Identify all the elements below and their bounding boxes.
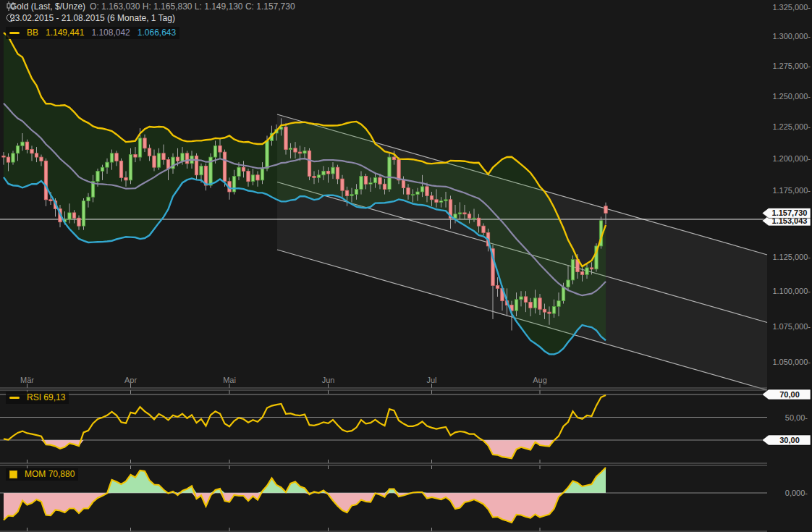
candle-body [77, 218, 80, 226]
candle-body [237, 167, 240, 176]
candle-body [82, 201, 85, 227]
candle-body [580, 272, 583, 275]
candle-body [585, 268, 588, 274]
date-range-label: 23.02.2015 - 21.08.2015 (6 Monate, 1 Tag… [10, 13, 175, 24]
ohlc-readout: O: 1.163,030 H: 1.165,830 L: 1.149,130 C… [90, 1, 295, 12]
candle-body [331, 167, 334, 174]
chart-window: { "header": { "instrument": "Gold (Last,… [0, 0, 812, 532]
candle-body [106, 162, 109, 167]
price-axis-label: 1.125,000- [772, 253, 811, 261]
candle-body [317, 175, 320, 178]
candle-body [134, 155, 137, 158]
candle-body [181, 153, 184, 161]
candle-body [383, 184, 386, 189]
mom-legend-label: MOM 70,880 [25, 469, 75, 480]
month-axis-label: Jun [322, 376, 335, 384]
candle-body [468, 214, 470, 218]
candle-body [515, 300, 517, 311]
candle-body [157, 153, 160, 167]
bb-mid-value: 1.108,042 [91, 28, 130, 38]
candle-body [153, 156, 156, 167]
candle-body [482, 226, 485, 232]
month-axis-label: Jul [426, 376, 436, 384]
candle-body [16, 145, 19, 153]
candle-body [364, 177, 367, 185]
candle-body [543, 309, 546, 312]
momentum-axis-label: 0,000- [785, 489, 808, 497]
price-axis-label: 1.275,000- [772, 62, 811, 70]
candle-body [25, 142, 28, 149]
candle-body [251, 175, 254, 182]
candle-body [12, 153, 14, 162]
candle-body [529, 303, 532, 308]
header-daterange-row: 23.02.2015 - 21.08.2015 (6 Monate, 1 Tag… [6, 13, 175, 24]
candle-body [289, 148, 292, 150]
candle-body [557, 301, 560, 307]
rsi-line-icon [9, 397, 20, 399]
candle-body [524, 297, 527, 303]
candle-body [426, 187, 428, 196]
price-axis-label: 1.300,000- [772, 32, 811, 41]
instrument-title: Gold (Last, $/Unze) [10, 1, 85, 12]
candle-body [355, 189, 358, 194]
candle-body [435, 200, 438, 203]
chart-canvas[interactable]: 1.325,000-1.300,000-1.275,000-1.250,000-… [0, 0, 812, 532]
price-axis-label: 1.225,000- [772, 122, 811, 131]
candle-body [195, 156, 198, 174]
rsi-level-tag-label: 70,00 [779, 390, 800, 399]
candle-body [223, 152, 226, 182]
candle-body [101, 167, 103, 171]
candle-body [407, 188, 410, 195]
candle-body [378, 177, 381, 184]
price-axis-label: 1.250,000- [772, 92, 811, 101]
candle-body [538, 298, 541, 309]
candle-body [411, 195, 414, 195]
candle-body [373, 177, 376, 182]
month-axis-label: Apr [124, 376, 137, 384]
bb-label: BB [27, 28, 38, 38]
candle-body [294, 148, 297, 152]
candle-body [115, 153, 118, 161]
candle-body [298, 152, 301, 153]
rsi-axis-label: 50,00- [785, 413, 808, 422]
candle-body [345, 190, 348, 195]
candle-body [308, 151, 310, 176]
candle-body [326, 171, 329, 174]
candle-body [392, 157, 395, 160]
candle-body [213, 145, 216, 157]
candle-body [520, 297, 523, 300]
candle-body [402, 180, 405, 188]
rsi-level-tag-label: 30,00 [779, 436, 800, 444]
candle-body [35, 153, 38, 157]
price-axis-label: 1.050,000- [772, 358, 811, 366]
candle-body [397, 160, 400, 180]
candle-body [463, 213, 466, 214]
candle-body [477, 218, 480, 226]
candle-body [247, 171, 250, 181]
candle-body [454, 214, 457, 218]
candle-body [162, 153, 165, 160]
candle-body [313, 177, 316, 178]
candle-body [552, 306, 555, 313]
candle-body [124, 177, 127, 180]
candle-body [439, 201, 442, 203]
candle-body [176, 157, 179, 161]
candle-body [96, 171, 99, 181]
candle-body [266, 140, 268, 169]
bb-upper-value: 1.149,441 [46, 28, 84, 38]
price-axis-label: 1.075,000- [772, 322, 811, 331]
candle-body [430, 195, 433, 199]
candle-body [590, 268, 593, 269]
candle-body [87, 197, 90, 200]
candle-body [40, 157, 43, 161]
candle-body [420, 187, 423, 192]
candle-body [7, 157, 9, 162]
candle-body [604, 206, 607, 214]
bb-legend-row: BB 1.149,441 1.108,042 1.066,643 [6, 27, 179, 39]
candle-body [2, 156, 5, 157]
candle-body [571, 260, 574, 280]
candle-body [388, 157, 391, 189]
bb-line-icon [9, 32, 20, 34]
candle-body [200, 166, 203, 174]
price-axis-label: 1.325,000- [772, 3, 811, 12]
